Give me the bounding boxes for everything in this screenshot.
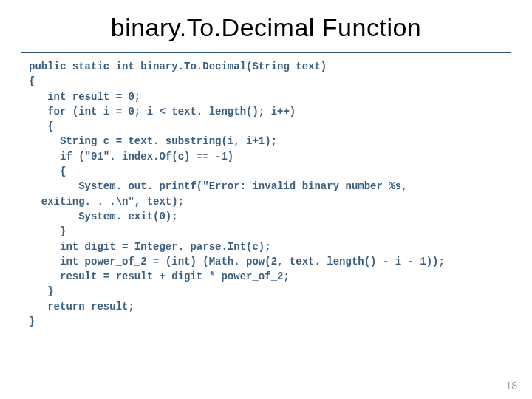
page-number: 18 [505,380,517,392]
code-block: public static int binary.To.Decimal(Stri… [21,52,511,335]
page-title: binary.To.Decimal Function [0,0,532,52]
